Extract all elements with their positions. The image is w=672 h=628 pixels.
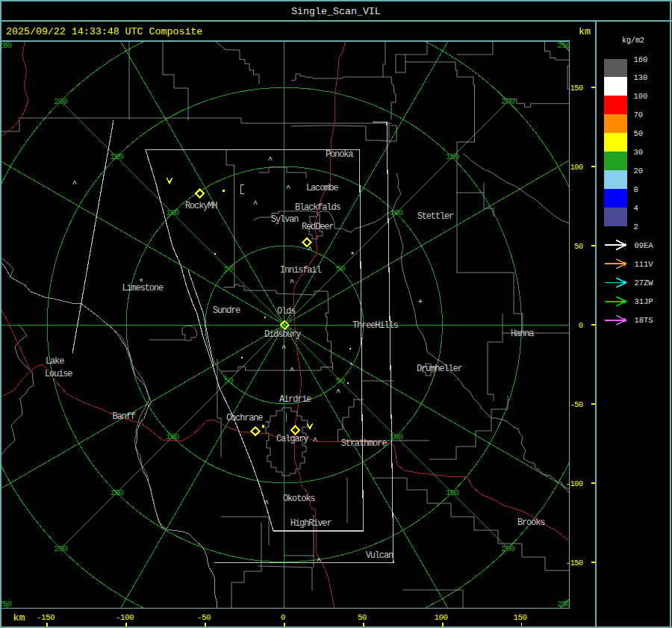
- svg-text:20: 20: [634, 167, 644, 175]
- svg-text:-50: -50: [570, 400, 582, 409]
- svg-text:50: 50: [224, 264, 234, 273]
- svg-text:-50: -50: [197, 613, 211, 622]
- svg-text:Strathmore: Strathmore: [341, 438, 387, 449]
- svg-text:Single_Scan_VIL: Single_Scan_VIL: [291, 6, 381, 17]
- svg-text:Hanna: Hanna: [511, 329, 534, 339]
- svg-text:Olds: Olds: [277, 306, 296, 317]
- svg-text:Didsbury: Didsbury: [264, 329, 301, 340]
- svg-text:200: 200: [54, 544, 68, 553]
- svg-text:Stettler: Stettler: [417, 211, 454, 222]
- svg-text:Cochrane: Cochrane: [226, 413, 263, 423]
- svg-text:Sundre: Sundre: [213, 305, 240, 316]
- svg-text:200: 200: [54, 96, 68, 106]
- svg-text:111V: 111V: [634, 260, 653, 269]
- svg-text:Sylvan: Sylvan: [271, 214, 299, 225]
- svg-text:Vulcan: Vulcan: [366, 550, 393, 561]
- svg-text:HighRiver: HighRiver: [290, 518, 332, 529]
- svg-text:-100: -100: [116, 613, 134, 622]
- svg-text:Blackfalds: Blackfalds: [295, 202, 340, 213]
- svg-text:150: 150: [445, 488, 459, 497]
- svg-text:ThreeHills: ThreeHills: [352, 320, 398, 331]
- svg-text:Okotoks: Okotoks: [283, 494, 315, 504]
- svg-text:160: 160: [634, 55, 648, 64]
- svg-text:31JP: 31JP: [634, 297, 653, 306]
- svg-text:^: ^: [72, 179, 78, 188]
- svg-text:Airdrie: Airdrie: [279, 394, 311, 405]
- svg-text:100: 100: [570, 163, 582, 172]
- svg-text:130: 130: [634, 73, 648, 82]
- svg-text:Ponoka: Ponoka: [326, 149, 353, 160]
- svg-text:^: ^: [268, 155, 273, 164]
- svg-text:kg/m2: kg/m2: [622, 37, 644, 45]
- svg-text:km: km: [13, 612, 25, 624]
- svg-text:50: 50: [336, 264, 346, 273]
- svg-text:100: 100: [634, 92, 648, 101]
- svg-text:Banff: Banff: [113, 411, 136, 422]
- svg-text:^: ^: [290, 278, 295, 287]
- svg-text:150: 150: [570, 84, 582, 93]
- svg-text:150: 150: [110, 152, 124, 161]
- svg-text:150: 150: [110, 488, 124, 497]
- svg-text:km: km: [579, 26, 591, 37]
- svg-text:^: ^: [264, 499, 270, 508]
- svg-text:^: ^: [253, 199, 258, 208]
- svg-text:150: 150: [513, 613, 526, 622]
- svg-text:^: ^: [290, 366, 295, 375]
- svg-text:0: 0: [281, 613, 285, 622]
- svg-text:150: 150: [445, 152, 459, 161]
- svg-text:-150: -150: [37, 613, 55, 622]
- svg-text:*: *: [139, 278, 144, 287]
- svg-text:RedDeer: RedDeer: [302, 222, 334, 232]
- svg-text:50: 50: [358, 613, 367, 622]
- svg-text:09EA: 09EA: [634, 241, 653, 250]
- svg-text:100: 100: [435, 613, 448, 622]
- svg-text:^: ^: [313, 436, 318, 445]
- svg-text:4: 4: [634, 204, 638, 213]
- svg-text:-150: -150: [566, 559, 583, 568]
- svg-text:Calgary: Calgary: [276, 434, 308, 444]
- svg-text:0: 0: [579, 321, 583, 330]
- svg-text:50: 50: [574, 242, 583, 251]
- svg-text:^: ^: [281, 343, 287, 352]
- svg-text:200: 200: [501, 544, 515, 553]
- svg-text:^: ^: [317, 556, 322, 565]
- svg-text:50: 50: [224, 376, 234, 385]
- svg-text:-100: -100: [566, 479, 583, 488]
- svg-text:*: *: [350, 251, 355, 260]
- svg-text:Lacombe: Lacombe: [306, 183, 338, 193]
- svg-text:100: 100: [390, 208, 404, 217]
- svg-text:30: 30: [634, 148, 644, 157]
- svg-text:Innisfail: Innisfail: [280, 265, 321, 276]
- svg-text:200: 200: [501, 96, 515, 106]
- svg-text:70: 70: [634, 111, 644, 119]
- svg-text:RockyMH: RockyMH: [185, 201, 217, 211]
- svg-text:100: 100: [166, 432, 180, 441]
- svg-text:50: 50: [336, 376, 346, 385]
- svg-text:27ZW: 27ZW: [634, 279, 653, 287]
- svg-text:18TS: 18TS: [634, 316, 653, 325]
- svg-text:50: 50: [634, 129, 644, 138]
- svg-text:2025/09/22 14:33:48 UTC Compos: 2025/09/22 14:33:48 UTC Composite: [6, 26, 202, 37]
- svg-text:^: ^: [286, 184, 291, 193]
- svg-text:Drumheller: Drumheller: [417, 364, 462, 374]
- svg-text:2: 2: [634, 223, 638, 231]
- svg-text:100: 100: [390, 432, 404, 441]
- svg-text:^: ^: [336, 388, 341, 397]
- svg-text:Brooks: Brooks: [517, 517, 545, 528]
- svg-text:Louise: Louise: [45, 369, 72, 379]
- svg-text:100: 100: [166, 208, 180, 217]
- svg-text:+: +: [418, 298, 423, 306]
- svg-text:250: 250: [0, 599, 12, 609]
- svg-text:Lake: Lake: [46, 356, 64, 367]
- svg-text:8: 8: [634, 185, 638, 194]
